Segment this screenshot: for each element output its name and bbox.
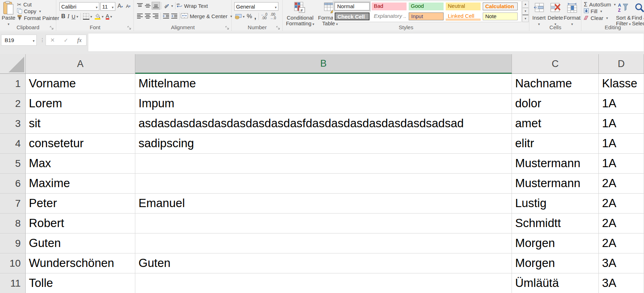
paste-button[interactable]: Paste <box>1 1 16 27</box>
font-size-combo[interactable]: 11 <box>100 2 115 11</box>
style-chip-check-cell[interactable]: Check Cell <box>335 12 370 20</box>
row-number[interactable]: 3 <box>0 114 26 134</box>
cancel-icon[interactable] <box>51 36 55 44</box>
conditional-formatting-button[interactable]: ≠ Conditional Formatting <box>284 1 316 27</box>
cell[interactable]: Vorname <box>26 74 135 94</box>
percent-style-button[interactable] <box>246 12 253 20</box>
number-format-dropdown-icon[interactable] <box>275 4 277 10</box>
cell[interactable]: Impum <box>135 94 512 114</box>
cell[interactable] <box>135 233 512 253</box>
cell[interactable]: Wunderschönen <box>26 253 135 273</box>
cell[interactable]: elitr <box>512 134 599 154</box>
cell[interactable]: Nachname <box>512 74 599 94</box>
row-number[interactable]: 7 <box>0 194 26 214</box>
cell[interactable] <box>135 154 512 174</box>
row-number[interactable]: 11 <box>0 273 26 293</box>
align-right-button[interactable] <box>152 12 159 20</box>
clipboard-dialog-launcher-icon[interactable] <box>50 25 54 30</box>
cell[interactable]: 1A <box>599 134 644 154</box>
copy-button[interactable]: Copy <box>17 8 59 15</box>
cell[interactable]: Ümläütä <box>512 273 599 293</box>
increase-decimal-button[interactable]: ←.0.00 <box>260 12 268 20</box>
cell[interactable] <box>135 174 512 194</box>
styles-scroll-down-icon[interactable]: ▼ <box>522 8 529 15</box>
cell[interactable]: 1A <box>599 154 644 174</box>
cell[interactable] <box>135 214 512 233</box>
cell[interactable]: Maxime <box>26 174 135 194</box>
cell[interactable]: dolor <box>512 94 599 114</box>
cell[interactable]: Klasse <box>599 74 644 94</box>
align-left-button[interactable] <box>136 12 144 20</box>
comma-style-button[interactable] <box>253 12 257 20</box>
style-chip-calculation[interactable]: Calculation <box>483 2 518 10</box>
insert-function-icon[interactable] <box>77 37 82 44</box>
wrap-text-button[interactable]: ab Wrap Text <box>177 2 208 9</box>
number-dialog-launcher-icon[interactable] <box>276 25 281 30</box>
decrease-indent-button[interactable] <box>162 12 170 20</box>
style-chip-normal[interactable]: Normal <box>335 2 370 10</box>
format-painter-button[interactable]: Format Painter <box>17 15 59 21</box>
find-select-button[interactable]: Find & Select <box>632 1 644 26</box>
column-header-d[interactable]: D <box>599 54 644 74</box>
insert-cells-button[interactable]: Insert <box>531 1 547 27</box>
row-number[interactable]: 1 <box>0 74 26 94</box>
column-header-b[interactable]: B <box>135 54 512 74</box>
row-number[interactable]: 9 <box>0 233 26 253</box>
cell[interactable]: Lustig <box>512 194 599 214</box>
cell[interactable]: Schmidtt <box>512 214 599 233</box>
style-chip-note[interactable]: Note <box>483 12 518 20</box>
column-header-c[interactable]: C <box>512 54 599 74</box>
cell[interactable]: 2A <box>599 233 644 253</box>
decrease-decimal-button[interactable]: .00→.0 <box>268 12 277 20</box>
alignment-dialog-launcher-icon[interactable] <box>225 25 230 30</box>
cell[interactable]: Peter <box>26 194 135 214</box>
styles-scroll-up-icon[interactable]: ▲ <box>522 1 529 8</box>
cell[interactable]: Tolle <box>26 273 135 293</box>
column-header-a[interactable]: A <box>26 54 135 74</box>
underline-button[interactable] <box>70 12 79 20</box>
cell[interactable]: sit <box>26 114 135 134</box>
style-chip-bad[interactable]: Bad <box>372 2 407 10</box>
cell[interactable]: 1A <box>599 114 644 134</box>
top-align-button[interactable] <box>136 2 144 10</box>
row-number[interactable]: 4 <box>0 134 26 154</box>
bottom-align-button[interactable] <box>152 2 160 10</box>
increase-indent-button[interactable] <box>170 12 178 20</box>
middle-align-button[interactable] <box>144 2 152 10</box>
italic-button[interactable] <box>67 12 70 20</box>
cell[interactable]: 3A <box>599 273 644 293</box>
sort-filter-button[interactable]: AZ Sort & Filter <box>616 1 631 27</box>
cell[interactable]: 2A <box>599 214 644 233</box>
row-number[interactable]: 10 <box>0 253 26 273</box>
cell[interactable]: Guten <box>135 253 512 273</box>
fill-button[interactable]: Fill <box>584 8 616 15</box>
merge-center-button[interactable]: Merge & Center <box>181 13 232 20</box>
autosum-button[interactable]: AutoSum <box>584 1 616 8</box>
cell[interactable]: Guten <box>26 233 135 253</box>
cell[interactable]: Mustermann <box>512 154 599 174</box>
cell[interactable]: Robert <box>26 214 135 233</box>
cell[interactable]: 1A <box>599 94 644 114</box>
cell[interactable]: 2A <box>599 174 644 194</box>
cell[interactable]: Emanuel <box>135 194 512 214</box>
cell[interactable]: Lorem <box>26 94 135 114</box>
fill-color-button[interactable] <box>93 12 105 20</box>
font-dialog-launcher-icon[interactable] <box>127 25 132 30</box>
delete-cells-button[interactable]: Delete <box>548 1 563 27</box>
cell[interactable]: 3A <box>599 253 644 273</box>
cell[interactable]: Mustermann <box>512 174 599 194</box>
cell[interactable]: Morgen <box>512 233 599 253</box>
bold-button[interactable] <box>60 12 67 20</box>
style-chip-input[interactable]: Input <box>409 12 444 20</box>
cell[interactable]: 2A <box>599 194 644 214</box>
formula-bar-separator-dots-icon[interactable] <box>40 37 45 43</box>
style-chip-neutral[interactable]: Neutral <box>446 2 481 10</box>
cell[interactable]: Max <box>26 154 135 174</box>
cell[interactable]: Morgen <box>512 253 599 273</box>
increase-font-size-button[interactable] <box>116 2 124 10</box>
style-chip-linked-cell[interactable]: Linked Cell <box>446 12 481 20</box>
cell[interactable]: sadipscing <box>135 134 512 154</box>
style-chip-explanatory[interactable]: Explanatory ... <box>372 12 407 20</box>
formula-input[interactable] <box>88 33 644 52</box>
cut-button[interactable]: Cut <box>17 1 59 8</box>
